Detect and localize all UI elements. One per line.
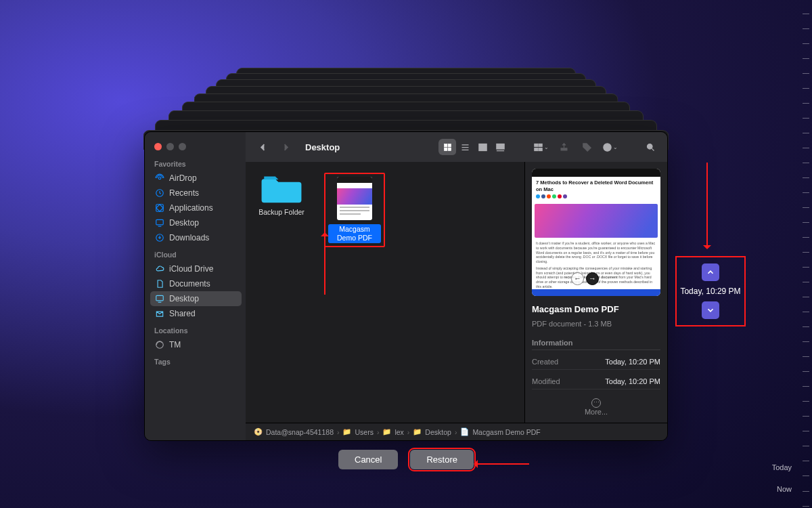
sidebar-item-label: Recents [169, 188, 199, 198]
preview-prev-button[interactable]: ← [571, 272, 584, 285]
grid-item-selected[interactable]: Macgasm Demo PDF [324, 173, 385, 247]
preview-next-button[interactable]: → [586, 272, 599, 285]
sidebar-item-tm[interactable]: TM [150, 337, 242, 352]
path-seg[interactable]: Data@snap-4541188 [266, 428, 334, 436]
sidebar-item-recents[interactable]: Recents [150, 186, 242, 200]
tm-down-button[interactable] [702, 301, 719, 319]
desktop-icon [155, 218, 164, 228]
restore-button[interactable]: Restore [410, 450, 474, 469]
svg-point-19 [605, 146, 606, 147]
svg-point-21 [608, 146, 609, 147]
svg-rect-12 [496, 144, 503, 149]
traffic-lights [150, 137, 242, 154]
path-seg[interactable]: Desktop [425, 428, 451, 436]
tm-up-button[interactable] [702, 263, 719, 281]
sidebar-item-shared[interactable]: Shared [150, 306, 242, 321]
minimize-dot[interactable] [166, 143, 174, 150]
path-seg[interactable]: Users [355, 428, 373, 436]
path-seg[interactable]: Macgasm Demo PDF [472, 428, 540, 436]
action-button[interactable]: ⌄ [601, 139, 618, 155]
svg-rect-7 [444, 144, 447, 146]
icon-view-button[interactable] [438, 139, 456, 155]
sidebar-item-label: Shared [169, 309, 196, 318]
timeline-now-label: Now [777, 485, 792, 493]
sidebar-item-desktop[interactable]: Desktop [150, 291, 242, 306]
info-more[interactable]: ⋯More... [532, 394, 660, 416]
svg-rect-5 [156, 295, 164, 301]
sidebar-item-label: Desktop [169, 294, 199, 303]
tag-button[interactable] [578, 139, 595, 155]
sidebar-item-downloads[interactable]: Downloads [150, 230, 242, 245]
desktop-icon [155, 294, 164, 303]
annotation-arrow [706, 163, 708, 248]
path-seg[interactable]: lex [394, 428, 403, 436]
annotation-arrow [475, 463, 529, 465]
sidebar-section-locations: Locations [154, 326, 238, 335]
doc-icon [155, 279, 164, 289]
sidebar-item-label: Documents [169, 279, 210, 289]
sidebar-item-label: Desktop [169, 218, 199, 228]
action-buttons: Cancel Restore [0, 450, 812, 469]
path-bar[interactable]: 📀Data@snap-4541188› 📁Users› 📁lex› 📁Deskt… [246, 423, 667, 440]
svg-point-0 [158, 177, 161, 179]
back-button[interactable] [254, 139, 271, 155]
folder-icon [261, 173, 302, 204]
cloud-icon [155, 264, 164, 274]
close-dot[interactable] [154, 143, 162, 150]
grid-item-label: Backup Folder [258, 208, 304, 216]
svg-point-22 [647, 144, 652, 149]
clock-icon [155, 188, 164, 198]
sidebar-item-documents[interactable]: Documents [150, 276, 242, 291]
svg-rect-9 [444, 148, 447, 150]
search-button[interactable] [641, 139, 659, 155]
column-view-button[interactable] [474, 139, 491, 155]
tm-icon [155, 340, 164, 350]
svg-rect-10 [448, 148, 451, 150]
window-title: Desktop [305, 142, 340, 152]
share-button[interactable] [555, 139, 572, 155]
svg-rect-13 [534, 144, 537, 146]
sidebar-item-iclouddrive[interactable]: iCloud Drive [150, 261, 242, 276]
forward-button[interactable] [277, 139, 294, 155]
svg-rect-14 [539, 144, 542, 146]
annotation-arrow [324, 234, 325, 295]
finder-window: Favorites AirDrop Recents Applications D… [144, 131, 668, 441]
sidebar-item-label: TM [169, 340, 181, 350]
sidebar: Favorites AirDrop Recents Applications D… [145, 132, 246, 440]
sidebar-item-label: Downloads [169, 233, 209, 242]
grid-item-label: Macgasm Demo PDF [328, 224, 381, 243]
preview-heading: 7 Methods to Recover a Deleted Word Docu… [536, 179, 656, 193]
info-section-label: Information [532, 339, 660, 350]
file-grid[interactable]: Backup Folder Macgasm Demo PDF [246, 162, 524, 423]
svg-point-20 [606, 146, 607, 147]
group-button[interactable]: ⌄ [532, 139, 549, 155]
svg-rect-2 [156, 205, 164, 212]
sidebar-item-label: AirDrop [169, 173, 197, 183]
svg-rect-11 [478, 144, 486, 150]
downloads-icon [155, 233, 164, 242]
sidebar-item-label: iCloud Drive [169, 264, 213, 274]
timeline-ticks [803, 0, 809, 508]
svg-point-17 [585, 145, 586, 146]
cancel-button[interactable]: Cancel [338, 450, 398, 469]
svg-rect-3 [156, 219, 164, 225]
info-panel: 7 Methods to Recover a Deleted Word Docu… [524, 162, 667, 423]
sidebar-item-desktop-fav[interactable]: Desktop [150, 215, 242, 230]
info-created-row: CreatedToday, 10:20 PM [532, 354, 660, 370]
sidebar-item-applications[interactable]: Applications [150, 200, 242, 215]
sidebar-item-airdrop[interactable]: AirDrop [150, 171, 242, 186]
sidebar-section-tags: Tags [154, 358, 238, 366]
pdf-thumbnail [337, 177, 372, 220]
zoom-dot[interactable] [179, 143, 186, 150]
time-machine-nav: Today, 10:29 PM [675, 256, 746, 326]
tm-snapshot-label: Today, 10:29 PM [680, 287, 740, 296]
sidebar-section-icloud: iCloud [154, 251, 238, 259]
gallery-view-button[interactable] [491, 139, 509, 155]
list-view-button[interactable] [456, 139, 474, 155]
airdrop-icon [155, 173, 164, 183]
apps-icon [155, 203, 164, 213]
grid-item-folder[interactable]: Backup Folder [255, 173, 308, 216]
info-name: Macgasm Demo PDF [532, 304, 660, 314]
svg-rect-8 [448, 144, 451, 146]
shared-icon [155, 309, 164, 318]
